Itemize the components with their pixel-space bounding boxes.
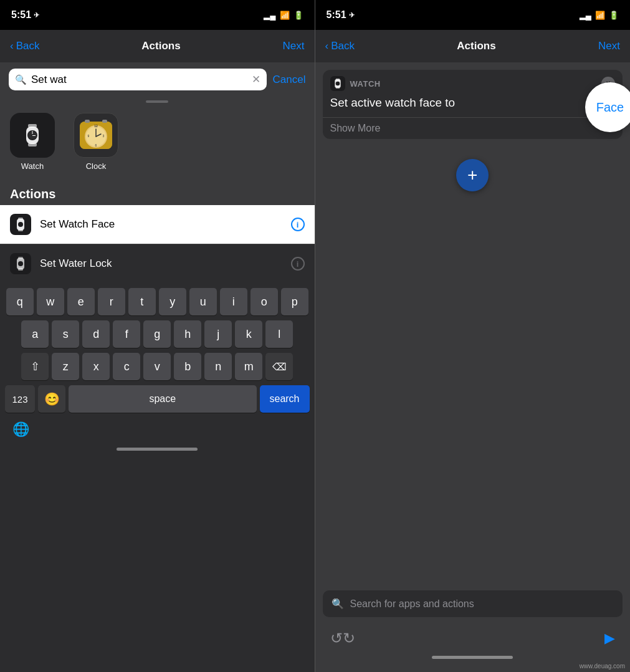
key-u[interactable]: u [189,288,217,315]
location-icon-left: ✈ [34,11,39,19]
keyboard-row-2: a s d f g h j k l [2,320,312,348]
search-bottom-icon: 🔍 [332,598,344,610]
action-card-header: WATCH × [323,70,623,94]
key-a[interactable]: a [21,320,49,348]
svg-rect-1 [28,124,37,128]
cancel-button[interactable]: Cancel [273,74,306,86]
nav-bar-left: ‹ Back Actions Next [0,30,315,62]
nav-title-left: Actions [141,40,180,52]
search-input-left[interactable]: Set wat [31,74,247,86]
key-z[interactable]: z [52,353,79,380]
svg-rect-21 [18,229,23,231]
location-icon-right: ✈ [349,11,355,19]
actions-header: Actions [0,180,315,205]
globe-row: 🌐 [2,418,312,440]
show-more-row[interactable]: Show More › [323,117,623,139]
key-v[interactable]: v [143,353,171,380]
key-t[interactable]: t [128,288,156,315]
svg-rect-6 [32,135,36,136]
svg-rect-18 [102,120,107,123]
num-key[interactable]: 123 [5,385,35,413]
face-pill[interactable]: Face [585,82,630,132]
key-g[interactable]: g [143,320,171,348]
key-k[interactable]: k [235,320,262,348]
key-q[interactable]: q [6,288,34,315]
actions-header-text: Actions [10,187,305,201]
key-h[interactable]: h [174,320,201,348]
home-indicator-left [117,448,198,451]
app-icon-clock: 12 3 6 9 [74,113,118,158]
key-l[interactable]: l [265,320,293,348]
globe-icon[interactable]: 🌐 [12,421,29,438]
play-button[interactable]: ▶ [604,630,615,646]
action-row-set-water-lock[interactable]: Set Water Lock i [0,244,315,283]
space-key[interactable]: space [69,385,257,413]
svg-point-22 [18,222,23,227]
status-icons-right: ▂▄ 📶 🔋 [580,11,619,20]
key-p[interactable]: p [281,288,308,315]
back-button-left[interactable]: ‹ Back [10,40,39,52]
status-bar-right: 5:51 ✈ ▂▄ 📶 🔋 [315,0,631,30]
apps-section: Watch 12 3 6 9 Clock [0,107,315,180]
battery-icon-right: 🔋 [609,11,619,20]
search-bottom-bar[interactable]: 🔍 Search for apps and actions [323,590,623,617]
back-button-right[interactable]: ‹ Back [325,40,355,52]
back-label-right: Back [331,40,355,52]
svg-rect-5 [32,131,33,134]
svg-text:3: 3 [103,134,105,138]
key-b[interactable]: b [174,353,201,380]
water-lock-icon [13,256,28,271]
key-f[interactable]: f [113,320,140,348]
key-o[interactable]: o [251,288,278,315]
shift-key[interactable]: ⇧ [21,353,49,380]
action-card-text: Set active watch face to [330,96,456,110]
key-c[interactable]: c [113,353,140,380]
info-icon-watch-face[interactable]: i [291,218,305,231]
search-clear-button[interactable]: ✕ [252,73,260,86]
action-row-set-watch-face[interactable]: Set Watch Face i [0,205,315,244]
key-w[interactable]: w [37,288,64,315]
content-spacer [315,204,631,584]
undo-button[interactable]: ↺ [330,630,343,647]
action-label-watch-face: Set Watch Face [40,218,282,231]
next-button-right[interactable]: Next [598,40,620,52]
status-icons-left: ▂▄ 📶 🔋 [264,11,303,20]
add-action-button[interactable]: + [456,159,489,191]
search-input-container[interactable]: 🔍 Set wat ✕ [9,69,267,90]
key-m[interactable]: m [235,353,262,380]
key-y[interactable]: y [159,288,186,315]
redo-button[interactable]: ↻ [343,630,355,647]
svg-rect-29 [335,87,340,89]
time-text-right: 5:51 [327,9,346,21]
home-indicator-right [432,656,513,659]
key-d[interactable]: d [82,320,110,348]
key-s[interactable]: s [52,320,79,348]
watermark: www.deuag.com [315,661,631,672]
key-j[interactable]: j [204,320,232,348]
status-bar-left: 5:51 ✈ ▂▄ 📶 🔋 [0,0,315,30]
next-button-left[interactable]: Next [283,40,305,52]
app-item-watch[interactable]: Watch [10,113,55,171]
keyboard-row-1: q w e r t y u i o p [2,288,312,315]
key-i[interactable]: i [220,288,247,315]
signal-icon-right: ▂▄ [580,11,591,20]
key-x[interactable]: x [82,353,110,380]
delete-key[interactable]: ⌫ [265,353,293,380]
key-e[interactable]: e [67,288,95,315]
wifi-icon-right: 📶 [595,11,605,20]
info-icon-water-lock[interactable]: i [291,257,305,271]
svg-text:12: 12 [94,124,98,128]
key-r[interactable]: r [98,288,125,315]
app-label-clock: Clock [86,161,107,171]
search-key[interactable]: search [260,385,310,413]
right-panel: 5:51 ✈ ▂▄ 📶 🔋 ‹ Back Actions Next [315,0,631,672]
key-n[interactable]: n [204,353,232,380]
back-chevron-right: ‹ [325,40,329,52]
clock-svg-icon: 12 3 6 9 [77,117,115,154]
show-more-text: Show More [330,123,381,134]
search-bottom-placeholder: Search for apps and actions [350,598,474,610]
app-item-clock[interactable]: 12 3 6 9 Clock [74,113,118,171]
nav-title-right: Actions [457,40,495,52]
action-icon-watch-face [10,214,31,235]
emoji-key[interactable]: 😊 [38,385,65,413]
